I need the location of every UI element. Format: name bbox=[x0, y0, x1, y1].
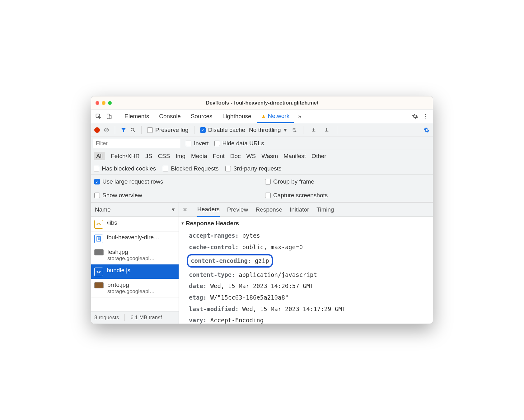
header-row: cache-control: public, max-age=0 bbox=[189, 241, 429, 253]
type-doc[interactable]: Doc bbox=[230, 153, 241, 160]
table-row[interactable]: brrto.jpg storage.googleapi… bbox=[91, 279, 179, 297]
disclosure-triangle-icon: ▼ bbox=[181, 221, 185, 226]
type-ws[interactable]: WS bbox=[246, 153, 256, 160]
dtab-initiator[interactable]: Initiator bbox=[290, 203, 309, 217]
warning-icon: ▲ bbox=[261, 113, 266, 119]
request-list-panel: Name ▾ <> /libs foul-heavenly-dire… bbox=[91, 203, 179, 324]
type-fetch[interactable]: Fetch/XHR bbox=[111, 153, 140, 160]
js-file-icon: <> bbox=[94, 220, 103, 229]
header-row: date: Wed, 15 Mar 2023 14:20:57 GMT bbox=[189, 280, 429, 292]
svg-rect-6 bbox=[312, 131, 316, 132]
header-row: vary: Accept-Encoding bbox=[189, 315, 429, 324]
network-toolbar: ⊘ Preserve log ✓Disable cache No throttl… bbox=[91, 123, 433, 137]
svg-point-5 bbox=[295, 131, 296, 132]
content-split: Name ▾ <> /libs foul-heavenly-dire… bbox=[91, 202, 433, 324]
large-rows-checkbox[interactable]: ✓Use large request rows bbox=[94, 178, 163, 185]
status-bar: 8 requests 6.1 MB transf bbox=[91, 311, 179, 324]
download-icon[interactable] bbox=[322, 125, 331, 135]
dtab-headers[interactable]: Headers bbox=[197, 203, 220, 217]
resource-type-filters: All Fetch/XHR JS CSS Img Media Font Doc … bbox=[91, 150, 433, 162]
table-row[interactable]: fesh.jpg storage.googleapi… bbox=[91, 246, 179, 264]
type-js[interactable]: JS bbox=[145, 153, 152, 160]
type-css[interactable]: CSS bbox=[158, 153, 170, 160]
settings-gear-icon[interactable] bbox=[410, 112, 420, 121]
image-file-icon bbox=[94, 249, 104, 255]
capture-screenshots-checkbox[interactable]: Capture screenshots bbox=[265, 192, 328, 199]
header-row: accept-ranges: bytes bbox=[189, 230, 429, 241]
options-row-2: Show overview Capture screenshots bbox=[91, 189, 433, 202]
chevron-down-icon: ▾ bbox=[284, 126, 287, 133]
blocked-cookies-checkbox[interactable]: Has blocked cookies bbox=[94, 165, 156, 172]
transfer-size: 6.1 MB transf bbox=[130, 315, 162, 321]
request-count: 8 requests bbox=[94, 315, 119, 321]
wifi-icon[interactable] bbox=[291, 127, 297, 133]
header-row-highlighted: content-encoding: gzip bbox=[187, 253, 429, 269]
group-frame-checkbox[interactable]: Group by frame bbox=[265, 178, 314, 185]
show-overview-checkbox[interactable]: Show overview bbox=[94, 192, 142, 199]
table-row[interactable]: foul-heavenly-dire… bbox=[91, 231, 179, 246]
network-settings-icon[interactable] bbox=[423, 127, 430, 133]
hide-data-urls-checkbox[interactable]: Hide data URLs bbox=[214, 140, 264, 147]
devtools-window: DevTools - foul-heavenly-direction.glitc… bbox=[91, 96, 433, 324]
preserve-log-checkbox[interactable]: Preserve log bbox=[147, 127, 189, 133]
dtab-response[interactable]: Response bbox=[255, 203, 282, 217]
inspect-icon[interactable] bbox=[94, 112, 103, 121]
device-toggle-icon[interactable] bbox=[104, 112, 114, 121]
window-controls bbox=[96, 101, 112, 105]
table-row-selected[interactable]: <> bundle.js bbox=[91, 264, 179, 279]
svg-rect-7 bbox=[325, 131, 329, 132]
main-tabs: Elements Console Sources Lighthouse ▲ Ne… bbox=[91, 110, 433, 123]
type-wasm[interactable]: Wasm bbox=[261, 153, 278, 160]
blocked-requests-checkbox[interactable]: Blocked Requests bbox=[163, 165, 218, 172]
invert-checkbox[interactable]: Invert bbox=[186, 140, 209, 147]
dtab-preview[interactable]: Preview bbox=[227, 203, 248, 217]
disable-cache-checkbox[interactable]: ✓Disable cache bbox=[200, 127, 245, 133]
headers-body: ▼ Response Headers accept-ranges: bytes … bbox=[179, 217, 433, 324]
response-headers-section[interactable]: ▼ Response Headers bbox=[181, 220, 429, 227]
type-all[interactable]: All bbox=[94, 152, 105, 160]
options-row-1: ✓Use large request rows Group by frame bbox=[91, 175, 433, 189]
search-icon[interactable] bbox=[130, 127, 136, 133]
tab-elements[interactable]: Elements bbox=[120, 110, 153, 123]
more-tabs-icon[interactable]: » bbox=[295, 112, 304, 121]
type-media[interactable]: Media bbox=[191, 153, 207, 160]
minimize-window-button[interactable] bbox=[102, 101, 105, 105]
window-title: DevTools - foul-heavenly-direction.glitc… bbox=[91, 100, 433, 106]
request-rows: <> /libs foul-heavenly-dire… fesh.jpg st… bbox=[91, 217, 179, 311]
maximize-window-button[interactable] bbox=[108, 101, 112, 105]
filter-toggle-icon[interactable] bbox=[121, 127, 126, 133]
header-row: etag: W/"15cc63-186e5a210a8" bbox=[189, 292, 429, 303]
close-window-button[interactable] bbox=[96, 101, 99, 105]
type-manifest[interactable]: Manifest bbox=[283, 153, 306, 160]
third-party-checkbox[interactable]: 3rd-party requests bbox=[225, 165, 281, 172]
type-img[interactable]: Img bbox=[175, 153, 185, 160]
titlebar: DevTools - foul-heavenly-direction.glitc… bbox=[91, 96, 433, 110]
tab-sources[interactable]: Sources bbox=[186, 110, 217, 123]
js-file-icon: <> bbox=[94, 268, 103, 276]
doc-file-icon bbox=[94, 235, 103, 243]
svg-rect-2 bbox=[109, 115, 111, 119]
name-column-header[interactable]: Name ▾ bbox=[91, 203, 179, 217]
tab-lighthouse[interactable]: Lighthouse bbox=[218, 110, 256, 123]
header-row: content-type: application/javascript bbox=[189, 269, 429, 281]
svg-point-3 bbox=[131, 128, 134, 131]
tab-console[interactable]: Console bbox=[155, 110, 185, 123]
detail-panel: ✕ Headers Preview Response Initiator Tim… bbox=[179, 203, 433, 324]
type-font[interactable]: Font bbox=[213, 153, 225, 160]
filter-input[interactable] bbox=[93, 139, 180, 148]
kebab-menu-icon[interactable]: ⋮ bbox=[421, 112, 430, 121]
close-detail-icon[interactable]: ✕ bbox=[183, 206, 187, 213]
throttling-dropdown[interactable]: No throttling ▾ bbox=[249, 126, 287, 133]
record-button[interactable] bbox=[94, 127, 100, 133]
dtab-timing[interactable]: Timing bbox=[316, 203, 334, 217]
svg-point-4 bbox=[294, 131, 294, 131]
header-row: last-modified: Wed, 15 Mar 2023 14:17:29… bbox=[189, 303, 429, 315]
chevron-down-icon: ▾ bbox=[172, 206, 175, 213]
type-other[interactable]: Other bbox=[311, 153, 326, 160]
table-row[interactable]: <> /libs bbox=[91, 217, 179, 231]
filter-bar: Invert Hide data URLs bbox=[91, 137, 433, 150]
tab-network[interactable]: ▲ Network bbox=[257, 110, 294, 123]
clear-icon[interactable]: ⊘ bbox=[104, 126, 109, 134]
upload-icon[interactable] bbox=[309, 125, 318, 135]
image-file-icon bbox=[94, 282, 104, 288]
